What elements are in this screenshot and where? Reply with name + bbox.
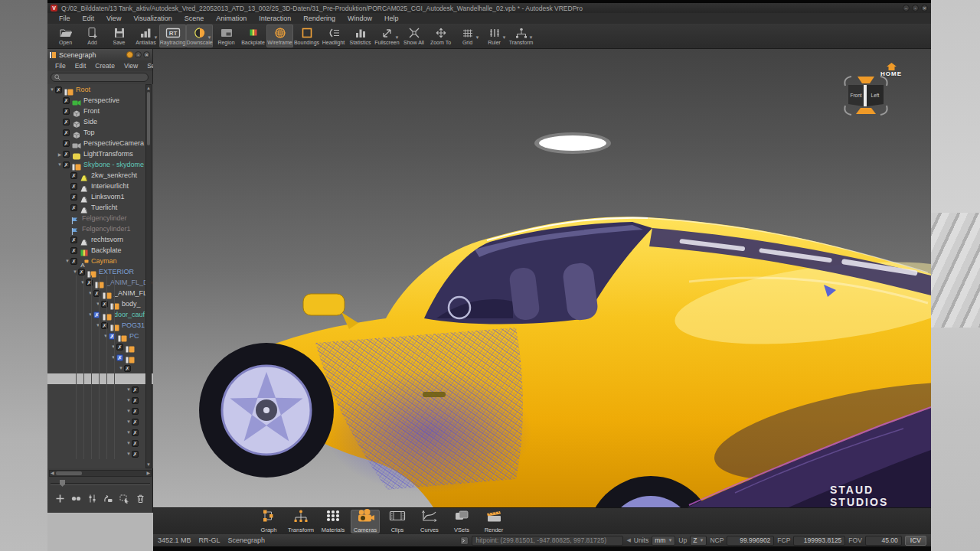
- toolbar-zoom-to[interactable]: Zoom To: [427, 24, 454, 47]
- toolbar-grid[interactable]: ▼Grid: [454, 24, 481, 47]
- expander-icon[interactable]: ▼: [87, 312, 93, 317]
- slider-handle[interactable]: [60, 480, 65, 487]
- expander-icon[interactable]: ▼: [126, 452, 132, 456]
- module-transform[interactable]: Transform: [286, 510, 315, 533]
- scroll-left-icon[interactable]: ◀: [51, 471, 54, 476]
- tree-row-root[interactable]: ▼✗Root: [47, 84, 153, 95]
- maximize-icon[interactable]: ▫: [912, 5, 919, 11]
- visibility-checkbox[interactable]: ✗: [63, 119, 70, 126]
- toolbar-transform[interactable]: ▼Transform: [508, 24, 534, 47]
- tree-row-backplate[interactable]: ✗Backplate: [47, 245, 153, 256]
- toolbar-statistics[interactable]: Statistics: [347, 24, 374, 47]
- scenegraph-menu-view[interactable]: View: [119, 62, 142, 70]
- module-vsets[interactable]: VSets: [447, 510, 476, 533]
- tree-vertical-scrollbar[interactable]: ▲ ▼: [145, 84, 152, 468]
- panel-options-button[interactable]: [126, 51, 133, 58]
- visibility-checkbox[interactable]: ✗: [132, 386, 139, 393]
- collapse-arrow-icon[interactable]: ◀: [626, 537, 630, 543]
- tree-row-34[interactable]: ▼✗: [47, 448, 153, 459]
- visibility-checkbox[interactable]: ✗: [70, 194, 77, 201]
- expander-icon[interactable]: ▼: [126, 398, 132, 403]
- visibility-checkbox[interactable]: ✗: [70, 258, 77, 265]
- toolbar-boundings[interactable]: Boundings: [293, 24, 320, 47]
- visibility-checkbox[interactable]: ✗: [132, 429, 139, 436]
- scroll-down-icon[interactable]: ▼: [146, 462, 151, 467]
- tree-row-24[interactable]: ▼✗: [47, 341, 153, 352]
- tree-row-linksvorn1[interactable]: ✗Linksvorn1: [47, 191, 153, 202]
- menu-file[interactable]: File: [54, 14, 76, 23]
- view-navigation-cube[interactable]: HOME Front Left: [841, 63, 917, 118]
- console-icon[interactable]: [460, 536, 469, 545]
- visibility-checkbox[interactable]: ✗: [132, 419, 139, 425]
- expander-icon[interactable]: ▼: [80, 280, 86, 285]
- scrollbar-thumb[interactable]: [147, 92, 150, 145]
- visibility-checkbox[interactable]: ✗: [116, 354, 123, 361]
- visibility-checkbox[interactable]: ✗: [70, 172, 77, 179]
- toolbar-open[interactable]: Open: [52, 24, 79, 47]
- toolbar-headlight[interactable]: Headlight: [320, 24, 347, 47]
- icv-button[interactable]: ICV: [905, 536, 926, 546]
- toolbar-backplate[interactable]: Backplate: [240, 24, 266, 47]
- tree-row-anim-fl-do[interactable]: ▼✗_ANIM_FL_Do: [47, 277, 153, 288]
- toolbar-downscale[interactable]: ▼Downscale: [186, 24, 213, 47]
- transform-tool-button[interactable]: [103, 494, 115, 506]
- expander-icon[interactable]: ▼: [49, 87, 55, 92]
- expander-icon[interactable]: ▼: [87, 291, 93, 295]
- visibility-checkbox[interactable]: ✗: [63, 161, 70, 168]
- delete-button[interactable]: [135, 494, 147, 506]
- tree-row-perspective[interactable]: ✗Perspective: [47, 95, 153, 106]
- visibility-checkbox[interactable]: ✗: [70, 204, 77, 211]
- menu-view[interactable]: View: [101, 14, 126, 23]
- cube-face-front[interactable]: Front: [850, 93, 861, 98]
- expander-icon[interactable]: ▼: [118, 366, 124, 370]
- module-cameras[interactable]: Cameras: [351, 510, 380, 533]
- tree-row-side[interactable]: ✗Side: [47, 116, 153, 127]
- toolbar-raytracing[interactable]: RTRaytracing: [159, 24, 186, 47]
- up-axis-dropdown[interactable]: Z▼: [690, 536, 707, 546]
- expander-icon[interactable]: ▼: [110, 355, 116, 360]
- toolbar-wireframe[interactable]: Wireframe: [266, 24, 293, 47]
- toolbar-region[interactable]: Region: [213, 24, 240, 47]
- visibility-checkbox[interactable]: ✗: [70, 236, 77, 243]
- isolate-button[interactable]: [70, 494, 82, 506]
- module-render[interactable]: Render: [479, 510, 508, 533]
- tree-row-top[interactable]: ✗Top: [47, 127, 153, 138]
- visibility-checkbox[interactable]: ✗: [70, 247, 77, 254]
- toolbar-add[interactable]: Add: [79, 24, 106, 47]
- tree-row-front[interactable]: ✗Front: [47, 106, 153, 116]
- tree-row-32[interactable]: ▼✗: [47, 427, 153, 438]
- viewcube[interactable]: Front Left: [841, 73, 891, 118]
- search-input[interactable]: [51, 73, 149, 82]
- module-materials[interactable]: Materials: [318, 510, 348, 533]
- scenegraph-menu-create[interactable]: Create: [90, 62, 119, 70]
- menu-window[interactable]: Window: [342, 14, 377, 23]
- tree-row-door-cauf[interactable]: ▼✗door_cauf: [47, 309, 153, 320]
- expander-icon[interactable]: ▼: [103, 334, 109, 338]
- expander-icon[interactable]: ▼: [126, 430, 132, 435]
- expander-icon[interactable]: ▼: [95, 323, 101, 328]
- filter-button[interactable]: [86, 494, 98, 506]
- tree-row-tuerlicht[interactable]: ✗Tuerlicht: [47, 202, 153, 213]
- expander-icon[interactable]: ▼: [57, 162, 63, 167]
- tree-row-rechtsvorn[interactable]: ✗rechtsvorn: [47, 234, 153, 245]
- visibility-checkbox[interactable]: ✗: [116, 344, 123, 350]
- visibility-checkbox[interactable]: ✗: [55, 86, 62, 93]
- toolbar-antialias[interactable]: ▼Antialias: [132, 24, 159, 47]
- visibility-checkbox[interactable]: ✗: [70, 183, 77, 190]
- tree-row-pc[interactable]: ▼✗PC: [47, 331, 153, 341]
- tree-row-28[interactable]: ▼✗: [47, 384, 153, 395]
- tree-row-perspectivecamera[interactable]: ✗PerspectiveCamera: [47, 138, 153, 148]
- menu-visualization[interactable]: Visualization: [128, 14, 177, 23]
- expander-icon[interactable]: ▼: [110, 344, 116, 349]
- scroll-up-icon[interactable]: ▲: [146, 86, 151, 90]
- tree-row-2kw-senkrecht[interactable]: ✗2kw_senkrecht: [47, 170, 153, 181]
- tree-row-interieurlicht[interactable]: ✗Interieurlicht: [47, 181, 153, 191]
- expander-icon[interactable]: ▼: [64, 259, 70, 263]
- tree-row-27[interactable]: [47, 373, 153, 384]
- visibility-checkbox[interactable]: ✗: [124, 365, 131, 372]
- visibility-checkbox[interactable]: ✗: [132, 408, 139, 415]
- tree-row-30[interactable]: ▼✗: [47, 406, 153, 416]
- module-clips[interactable]: Clips: [383, 510, 412, 533]
- hitpoint-field[interactable]: hitpoint: (299.81501, -947.80825, 997.81…: [472, 536, 623, 546]
- tree-row-pog31[interactable]: ▼✗POG31: [47, 320, 153, 331]
